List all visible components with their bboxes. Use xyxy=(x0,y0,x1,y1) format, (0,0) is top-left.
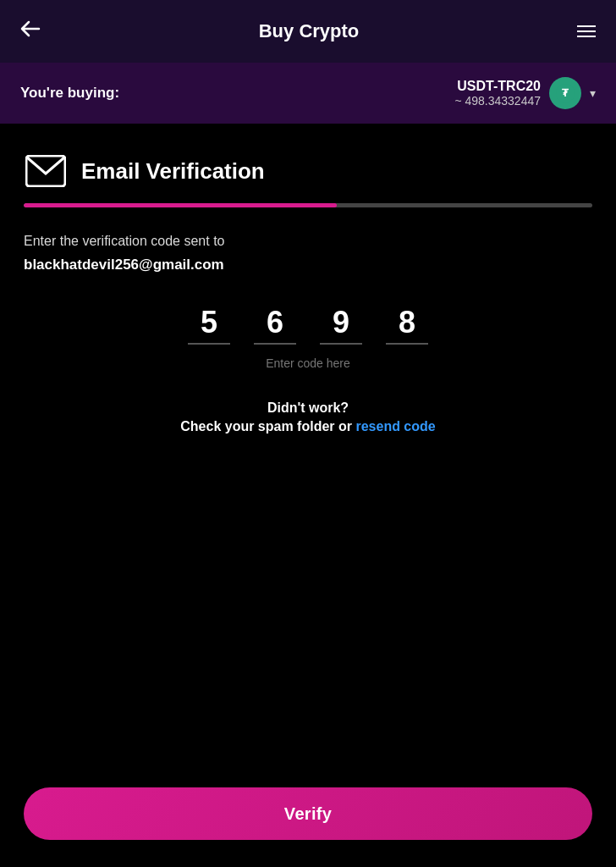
code-digit-2[interactable]: 6 xyxy=(254,307,296,338)
svg-text:₮: ₮ xyxy=(562,87,569,99)
buying-right: USDT-TRC20 ~ 498.34332447 ₮ ▾ xyxy=(454,77,596,109)
code-digit-4[interactable]: 8 xyxy=(386,307,428,338)
buying-bar: You're buying: USDT-TRC20 ~ 498.34332447… xyxy=(0,63,616,124)
ev-header: Email Verification xyxy=(24,154,592,188)
dropdown-arrow-icon[interactable]: ▾ xyxy=(590,86,596,100)
code-digit-3-wrapper[interactable]: 9 xyxy=(320,307,362,345)
code-underline-4 xyxy=(386,343,428,345)
tether-icon: ₮ xyxy=(549,77,581,109)
instruction-text: Enter the verification code sent to xyxy=(24,231,592,251)
didnt-work-body: Check your spam folder or resend code xyxy=(24,419,592,434)
buying-currency: USDT-TRC20 xyxy=(454,79,541,94)
code-digit-1-wrapper[interactable]: 5 xyxy=(188,307,230,345)
code-digit-4-wrapper[interactable]: 8 xyxy=(386,307,428,345)
verify-button[interactable]: Verify xyxy=(24,787,592,840)
header: Buy Crypto xyxy=(0,0,616,63)
email-icon xyxy=(24,154,68,188)
resend-code-link[interactable]: resend code xyxy=(355,419,435,434)
menu-button[interactable] xyxy=(577,25,596,37)
code-underline-3 xyxy=(320,343,362,345)
code-placeholder: Enter code here xyxy=(266,356,350,370)
code-digit-2-wrapper[interactable]: 6 xyxy=(254,307,296,345)
main-content: Email Verification Enter the verificatio… xyxy=(0,124,616,787)
progress-bar-fill xyxy=(24,203,337,207)
didnt-work-section: Didn't work? Check your spam folder or r… xyxy=(24,400,592,434)
back-button[interactable] xyxy=(20,20,41,42)
footer: Verify xyxy=(0,787,616,867)
code-underline-2 xyxy=(254,343,296,345)
progress-bar-track xyxy=(24,203,592,207)
code-digit-3[interactable]: 9 xyxy=(320,307,362,338)
code-digit-1[interactable]: 5 xyxy=(188,307,230,338)
didnt-work-title: Didn't work? xyxy=(24,400,592,416)
page-title: Buy Crypto xyxy=(259,20,360,42)
ev-title: Email Verification xyxy=(81,158,265,185)
code-digits[interactable]: 5 6 9 8 xyxy=(188,307,428,345)
buying-label: You're buying: xyxy=(20,85,119,102)
buying-amount: ~ 498.34332447 xyxy=(454,94,541,108)
code-area: 5 6 9 8 Enter code here xyxy=(24,307,592,370)
didnt-work-text: Check your spam folder or xyxy=(180,419,355,434)
code-underline-1 xyxy=(188,343,230,345)
instruction-email: blackhatdevil256@gmail.com xyxy=(24,257,592,273)
buying-info: USDT-TRC20 ~ 498.34332447 xyxy=(454,79,541,108)
